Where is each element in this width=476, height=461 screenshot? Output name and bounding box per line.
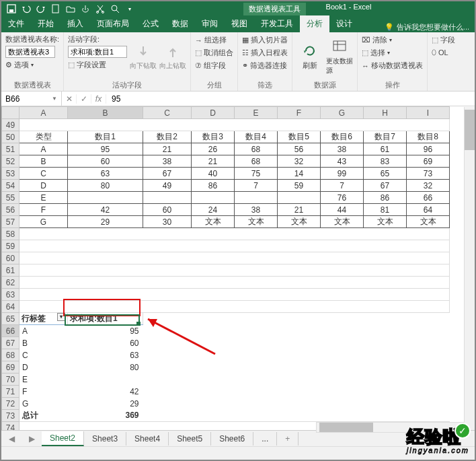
row-header[interactable]: 66 xyxy=(2,325,19,337)
row-header[interactable]: 54 xyxy=(2,180,19,192)
col-header[interactable]: F xyxy=(278,107,321,119)
new-icon[interactable] xyxy=(51,4,61,13)
vertical-scrollbar[interactable] xyxy=(464,107,475,430)
row-header[interactable]: 55 xyxy=(2,192,19,204)
cell[interactable]: 83 xyxy=(364,155,407,168)
move-pt-button[interactable]: ↔移动数据透视表 xyxy=(362,60,423,71)
cell[interactable]: 68 xyxy=(235,155,278,168)
cell[interactable]: 7 xyxy=(235,180,278,192)
tab-formulas[interactable]: 公式 xyxy=(136,15,165,32)
cell[interactable]: 数目8 xyxy=(407,131,450,143)
pivot-total-value[interactable]: 369 xyxy=(68,410,143,422)
cell[interactable]: 24 xyxy=(192,204,235,216)
cell[interactable]: 80 xyxy=(68,180,143,192)
cell[interactable]: 数目4 xyxy=(235,131,278,143)
cell[interactable]: 26 xyxy=(192,143,235,155)
cell[interactable]: E xyxy=(19,374,68,386)
row-header[interactable]: 70 xyxy=(2,374,19,386)
cell[interactable]: 42 xyxy=(68,386,143,398)
cell[interactable]: 95 xyxy=(68,143,143,155)
pivot-row-label[interactable]: 行标签▾ xyxy=(19,313,68,325)
field-settings-button[interactable]: ⬚字段设置 xyxy=(68,59,127,71)
sheet-tab-more[interactable]: ... xyxy=(253,432,277,446)
cell[interactable]: 29 xyxy=(68,398,143,410)
cell[interactable]: G xyxy=(19,216,68,228)
row-header[interactable]: 65 xyxy=(2,313,19,325)
cell[interactable]: A xyxy=(19,325,68,337)
cell[interactable]: D xyxy=(19,361,68,374)
cell[interactable]: 29 xyxy=(68,216,143,228)
pivot-value-label[interactable]: 求和项:数目1 xyxy=(68,313,143,325)
cell[interactable]: 60 xyxy=(68,337,143,349)
cell[interactable] xyxy=(68,192,143,204)
cell[interactable]: 86 xyxy=(364,192,407,204)
qat-dropdown-icon[interactable]: ▾ xyxy=(125,4,134,13)
cell[interactable]: 文本 xyxy=(407,216,450,228)
cell[interactable]: 文本 xyxy=(321,216,364,228)
ungroup-button[interactable]: ⬚取消组合 xyxy=(195,47,233,59)
col-header[interactable]: H xyxy=(364,107,407,119)
cell[interactable]: 69 xyxy=(407,155,450,168)
calc-field-button[interactable]: ⬚字段 xyxy=(432,34,455,46)
col-header[interactable]: D xyxy=(192,107,235,119)
save-icon[interactable] xyxy=(7,4,16,13)
tell-me-search[interactable]: 💡 告诉我您想要做什么... xyxy=(379,22,475,32)
tab-review[interactable]: 审阅 xyxy=(195,15,225,32)
row-header[interactable]: 59 xyxy=(2,240,19,252)
cell[interactable]: 7 xyxy=(321,180,364,192)
cell[interactable]: B xyxy=(19,155,68,168)
cell[interactable]: E xyxy=(19,192,68,204)
filter-dropdown-icon[interactable]: ▾ xyxy=(57,313,65,321)
sheet-tab[interactable]: Sheet3 xyxy=(84,432,126,446)
pt-name-input[interactable] xyxy=(5,46,55,58)
cell[interactable] xyxy=(143,192,192,204)
cell[interactable]: 数目7 xyxy=(364,131,407,143)
cell[interactable]: 60 xyxy=(68,155,143,168)
cell[interactable]: 67 xyxy=(143,168,192,180)
col-header[interactable]: B xyxy=(68,107,143,119)
cancel-icon[interactable]: ✕ xyxy=(62,94,77,104)
cell[interactable]: 76 xyxy=(321,192,364,204)
cell[interactable]: 38 xyxy=(143,155,192,168)
row-header[interactable]: 62 xyxy=(2,277,19,289)
cell[interactable]: 30 xyxy=(143,216,192,228)
col-header[interactable]: E xyxy=(235,107,278,119)
row-header[interactable]: 53 xyxy=(2,168,19,180)
sheet-tab[interactable]: Sheet6 xyxy=(211,432,253,446)
slicer-button[interactable]: ▦插入切片器 xyxy=(242,34,288,46)
cell[interactable]: 75 xyxy=(235,168,278,180)
tab-insert[interactable]: 插入 xyxy=(61,15,90,32)
col-header[interactable]: C xyxy=(143,107,192,119)
cell[interactable]: B xyxy=(19,337,68,349)
cell[interactable]: 32 xyxy=(407,180,450,192)
options-button[interactable]: ⚙选项▾ xyxy=(5,59,59,71)
pivot-total-label[interactable]: 总计 xyxy=(19,410,68,422)
cell[interactable]: 文本 xyxy=(235,216,278,228)
cell[interactable]: F xyxy=(19,386,68,398)
select-all[interactable] xyxy=(2,107,19,119)
cell[interactable]: F xyxy=(19,204,68,216)
cell[interactable] xyxy=(278,192,321,204)
cell[interactable]: 44 xyxy=(321,204,364,216)
cell[interactable]: 95 xyxy=(68,325,143,337)
cell[interactable]: 38 xyxy=(321,143,364,155)
olap-button[interactable]: ⬯OL xyxy=(432,47,455,57)
row-header[interactable]: 61 xyxy=(2,264,19,277)
cell[interactable]: 64 xyxy=(407,204,450,216)
tab-file[interactable]: 文件 xyxy=(1,15,31,32)
formula-bar[interactable]: 95 xyxy=(106,92,475,106)
tab-data[interactable]: 数据 xyxy=(165,15,195,32)
col-header[interactable]: I xyxy=(407,107,450,119)
cell[interactable]: 86 xyxy=(192,180,235,192)
row-header[interactable]: 50 xyxy=(2,131,19,143)
tab-nav-next-icon[interactable]: ▶ xyxy=(29,434,35,444)
cell[interactable]: 68 xyxy=(235,143,278,155)
row-header[interactable]: 52 xyxy=(2,155,19,168)
cell[interactable]: 96 xyxy=(407,143,450,155)
cell[interactable]: C xyxy=(19,168,68,180)
row-header[interactable]: 63 xyxy=(2,289,19,301)
cell[interactable]: 63 xyxy=(68,168,143,180)
row-header[interactable]: 72 xyxy=(2,398,19,410)
touch-icon[interactable] xyxy=(81,4,90,13)
cell[interactable]: D xyxy=(19,180,68,192)
